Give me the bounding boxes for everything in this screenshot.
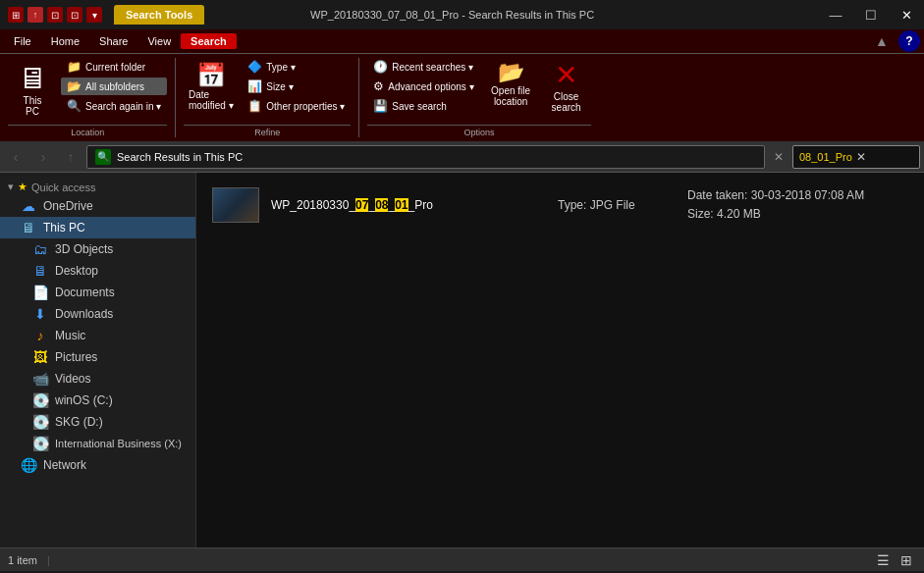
forward-button[interactable]: › — [31, 145, 55, 169]
menu-search[interactable]: Search — [181, 33, 237, 49]
sidebar-item-skg[interactable]: 💽 SKG (D:) — [0, 411, 195, 433]
recent-icon: 🕐 — [373, 60, 388, 74]
sidebar-item-3d-objects[interactable]: 🗂 3D Objects — [0, 238, 195, 260]
sidebar-item-onedrive[interactable]: ☁ OneDrive — [0, 195, 195, 217]
address-path[interactable]: 🔍 Search Results in This PC — [86, 145, 765, 169]
ribbon-options-row: 🕐 Recent searches ▾ ⚙ Advanced options ▾… — [367, 58, 590, 123]
quick-access-header[interactable]: ▾ ★ Quick access — [0, 177, 195, 195]
open-location-icon: 📂 — [498, 62, 524, 83]
ribbon-location-row: 🖥 ThisPC 📁 Current folder 📂 All subfolde… — [8, 58, 167, 123]
file-name: WP_20180330_07_08_01_Pro — [271, 198, 546, 212]
intl-business-icon: 💽 — [31, 436, 49, 451]
search-again-icon: 🔍 — [67, 99, 82, 113]
advanced-icon: ⚙ — [373, 79, 384, 93]
subfolders-icon: 📂 — [67, 79, 82, 93]
sidebar-item-network[interactable]: 🌐 Network — [0, 454, 195, 476]
title-bar-icon-4: ⊡ — [67, 7, 82, 23]
large-icons-view-button[interactable]: ⊞ — [897, 550, 916, 570]
size-button[interactable]: 📊 Size ▾ — [242, 78, 351, 95]
network-label: Network — [43, 458, 86, 472]
title-bar-icon-3: ⊡ — [47, 7, 63, 23]
size-icon: 📊 — [247, 79, 262, 93]
maximize-button[interactable]: ☐ — [853, 0, 889, 29]
advanced-options-button[interactable]: ⚙ Advanced options ▾ — [367, 78, 479, 95]
sidebar-item-downloads[interactable]: ⬇ Downloads — [0, 303, 195, 325]
location-group-label: Location — [8, 125, 167, 137]
sidebar-item-winos[interactable]: 💽 winOS (C:) — [0, 390, 195, 411]
network-icon: 🌐 — [20, 457, 37, 473]
search-again-button[interactable]: 🔍 Search again in ▾ — [61, 97, 167, 115]
documents-label: Documents — [55, 286, 115, 299]
search-box[interactable]: 08_01_Pro ✕ — [792, 145, 920, 169]
ribbon-refine-group: 📅 Datemodified ▾ 🔷 Type ▾ 📊 Size ▾ 📋 Oth… — [184, 58, 359, 137]
other-properties-button[interactable]: 📋 Other properties ▾ — [242, 97, 351, 115]
path-text: Search Results in This PC — [117, 151, 243, 163]
menu-view[interactable]: View — [137, 33, 181, 49]
close-search-icon: ✕ — [555, 62, 577, 89]
this-pc-button[interactable]: 🖥 ThisPC — [8, 58, 57, 121]
close-search-label: Closesearch — [552, 91, 581, 113]
sidebar-item-desktop[interactable]: 🖥 Desktop — [0, 260, 195, 282]
onedrive-icon: ☁ — [20, 198, 37, 214]
view-icons: ☰ ⊞ — [873, 550, 916, 570]
documents-icon: 📄 — [31, 285, 49, 300]
file-meta: Date taken: 30-03-2018 07:08 AM Size: 4.… — [687, 186, 908, 224]
details-view-button[interactable]: ☰ — [873, 550, 893, 570]
ribbon-location-group: 🖥 ThisPC 📁 Current folder 📂 All subfolde… — [8, 58, 176, 137]
table-row[interactable]: WP_20180330_07_08_01_Pro Type: JPG File … — [204, 181, 916, 230]
location-sub-buttons: 📁 Current folder 📂 All subfolders 🔍 Sear… — [61, 58, 167, 115]
address-clear-button[interactable]: ✕ — [769, 145, 788, 169]
search-clear-button[interactable]: ✕ — [856, 150, 866, 164]
sidebar-item-pictures[interactable]: 🖼 Pictures — [0, 346, 195, 368]
menu-home[interactable]: Home — [41, 33, 89, 49]
filename-suffix: _Pro — [408, 198, 433, 212]
folder-icon: 📁 — [67, 60, 82, 74]
menu-file[interactable]: File — [4, 33, 41, 49]
sidebar-item-videos[interactable]: 📹 Videos — [0, 368, 195, 390]
minimize-button[interactable]: — — [818, 0, 853, 29]
menu-share[interactable]: Share — [89, 33, 137, 49]
desktop-label: Desktop — [55, 264, 98, 278]
ribbon-collapse-btn[interactable]: ▲ — [875, 33, 891, 49]
type-label: Type ▾ — [266, 62, 295, 73]
refine-group-label: Refine — [184, 125, 351, 137]
quick-access-chevron: ▾ — [8, 181, 14, 193]
recent-searches-button[interactable]: 🕐 Recent searches ▾ — [367, 58, 479, 76]
videos-icon: 📹 — [31, 371, 49, 387]
date-modified-button[interactable]: 📅 Datemodified ▾ — [184, 58, 238, 115]
music-label: Music — [55, 329, 85, 342]
current-folder-button[interactable]: 📁 Current folder — [61, 58, 167, 76]
skg-icon: 💽 — [31, 414, 49, 430]
date-icon: 📅 — [196, 62, 226, 89]
winos-icon: 💽 — [31, 392, 49, 408]
sidebar-item-intl-business[interactable]: 💽 International Business (X:) — [0, 433, 195, 454]
item-count: 1 item — [8, 554, 37, 566]
filename-highlight-2: 08 — [375, 198, 388, 212]
sidebar-item-this-pc[interactable]: 🖥 This PC — [0, 217, 195, 238]
back-button[interactable]: ‹ — [4, 145, 27, 169]
downloads-label: Downloads — [55, 307, 113, 321]
pictures-label: Pictures — [55, 350, 97, 364]
options-sub-buttons: 🕐 Recent searches ▾ ⚙ Advanced options ▾… — [367, 58, 479, 115]
sidebar-item-music[interactable]: ♪ Music — [0, 325, 195, 346]
videos-label: Videos — [55, 372, 90, 386]
close-button[interactable]: ✕ — [889, 0, 924, 29]
close-search-button[interactable]: ✕ Closesearch — [542, 58, 591, 117]
save-search-button[interactable]: 💾 Save search — [367, 97, 479, 115]
file-type: Type: JPG File — [558, 198, 676, 212]
save-search-label: Save search — [392, 101, 447, 112]
search-again-label: Search again in ▾ — [85, 101, 161, 112]
all-subfolders-button[interactable]: 📂 All subfolders — [61, 78, 167, 95]
up-button[interactable]: ↑ — [59, 145, 82, 169]
size-label: Size ▾ — [266, 81, 293, 92]
address-bar: ‹ › ↑ 🔍 Search Results in This PC ✕ 08_0… — [0, 141, 924, 173]
options-group-label: Options — [367, 125, 590, 137]
save-icon: 💾 — [373, 99, 388, 113]
this-pc-sidebar-icon: 🖥 — [20, 220, 37, 235]
open-file-location-button[interactable]: 📂 Open filelocation — [484, 58, 538, 111]
type-button[interactable]: 🔷 Type ▾ — [242, 58, 351, 76]
sidebar-item-documents[interactable]: 📄 Documents — [0, 282, 195, 303]
quick-access-icon: ★ — [18, 181, 27, 193]
help-button[interactable]: ? — [898, 30, 920, 52]
3d-objects-icon: 🗂 — [31, 241, 49, 257]
